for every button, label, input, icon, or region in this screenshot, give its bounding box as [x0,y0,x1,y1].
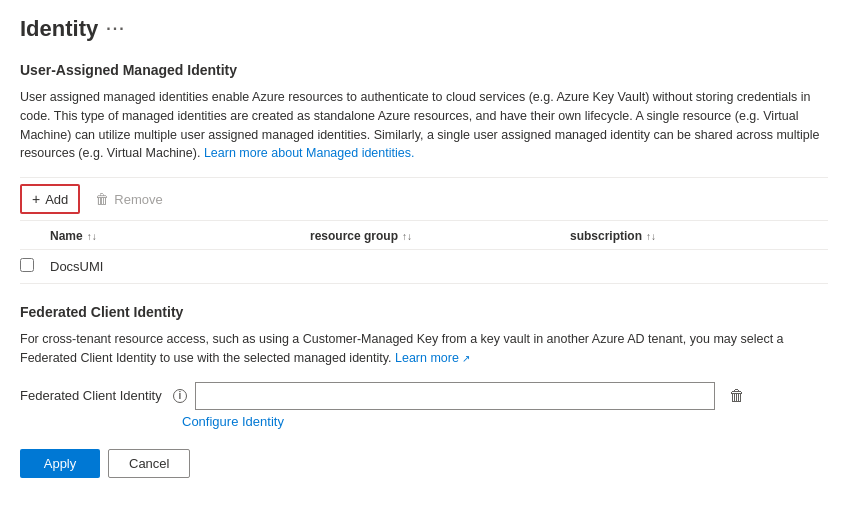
page-title-ellipsis: ··· [106,20,125,38]
table-row: DocsUMI [20,250,828,284]
remove-icon: 🗑 [95,191,109,207]
col-header-subscription: subscription ↑↓ [570,229,730,243]
page-title: Identity [20,16,98,42]
toolbar: + Add 🗑 Remove [20,177,828,221]
sort-name-icon[interactable]: ↑↓ [87,231,97,242]
footer-buttons: Apply Cancel [20,449,828,478]
federated-description: For cross-tenant resource access, such a… [20,330,828,368]
federated-info-icon[interactable]: i [173,389,187,403]
sort-sub-icon[interactable]: ↑↓ [646,231,656,242]
remove-button[interactable]: 🗑 Remove [84,185,173,213]
user-assigned-section-title: User-Assigned Managed Identity [20,62,828,78]
federated-client-identity-input[interactable] [195,382,715,410]
sort-rg-icon[interactable]: ↑↓ [402,231,412,242]
add-icon: + [32,191,40,207]
identity-table: Name ↑↓ resource group ↑↓ subscription ↑… [20,221,828,284]
col-header-name: Name ↑↓ [50,229,270,243]
add-button[interactable]: + Add [20,184,80,214]
external-link-icon: ↗ [462,353,470,364]
row-name: DocsUMI [50,259,270,274]
row-checkbox-cell[interactable] [20,258,50,275]
table-header: Name ↑↓ resource group ↑↓ subscription ↑… [20,221,828,250]
user-assigned-section: User-Assigned Managed Identity User assi… [20,62,828,284]
federated-delete-button[interactable]: 🗑 [723,385,751,407]
configure-identity-link-wrapper: Configure Identity [182,414,828,429]
federated-section-title: Federated Client Identity [20,304,828,320]
delete-icon: 🗑 [729,387,745,404]
col-header-resource-group: resource group ↑↓ [310,229,530,243]
page-header: Identity ··· [20,16,828,42]
federated-input-row: Federated Client Identity i 🗑 [20,382,828,410]
learn-more-federated-link[interactable]: Learn more ↗ [395,351,470,365]
apply-button[interactable]: Apply [20,449,100,478]
row-checkbox[interactable] [20,258,34,272]
federated-field-label: Federated Client Identity [20,388,165,403]
learn-more-managed-identities-link[interactable]: Learn more about Managed identities. [204,146,415,160]
cancel-button[interactable]: Cancel [108,449,190,478]
configure-identity-link[interactable]: Configure Identity [182,414,284,429]
user-assigned-description: User assigned managed identities enable … [20,88,828,163]
federated-section: Federated Client Identity For cross-tena… [20,304,828,429]
